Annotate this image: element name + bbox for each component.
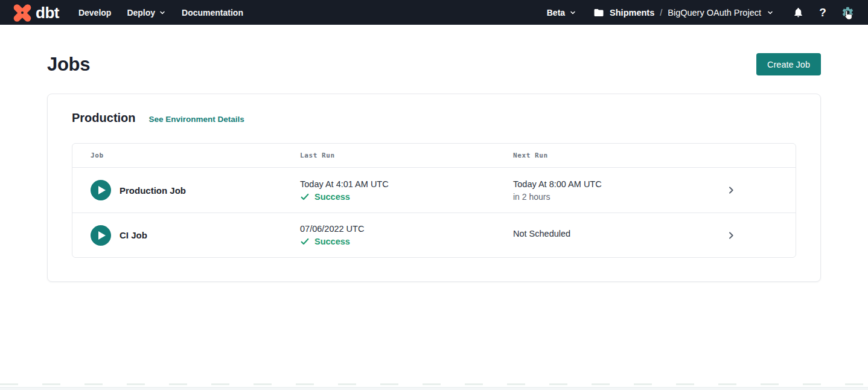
dbt-logo-text: dbt <box>36 5 59 21</box>
run-job-play-button[interactable] <box>91 180 111 200</box>
chevron-down-icon <box>569 9 576 16</box>
next-run-relative: in 2 hours <box>513 192 713 202</box>
help-button[interactable]: ? <box>815 5 830 20</box>
table-row-production-job[interactable]: Production Job Today At 4:01 AM UTC Succ… <box>72 168 796 213</box>
play-icon <box>98 231 106 240</box>
table-row-ci-job[interactable]: CI Job 07/06/2022 UTC Success Not Schedu… <box>72 213 796 257</box>
column-header-last-run: Last Run <box>300 152 513 159</box>
last-run-time: Today At 4:01 AM UTC <box>300 179 513 189</box>
dbt-logo[interactable]: dbt <box>13 4 59 22</box>
navbar-icon-group: ? <box>791 5 855 20</box>
gear-icon <box>841 6 854 19</box>
create-job-button[interactable]: Create Job <box>756 53 821 75</box>
environment-name: Production <box>72 111 136 125</box>
top-navbar: dbt Develop Deploy Documentation Beta Sh… <box>0 0 868 25</box>
page-header: Jobs Create Job <box>47 53 821 75</box>
next-run-time: Not Scheduled <box>513 229 713 238</box>
nav-item-documentation-label: Documentation <box>182 8 243 18</box>
job-name: Production Job <box>120 185 186 196</box>
nav-item-deploy-label: Deploy <box>127 8 155 18</box>
job-name: CI Job <box>120 230 147 240</box>
dbt-logo-icon <box>13 4 31 22</box>
checkmark-icon <box>300 192 310 202</box>
bell-icon <box>793 7 804 18</box>
chevron-right-icon[interactable] <box>726 185 736 195</box>
nav-item-develop-label: Develop <box>78 8 111 18</box>
environment-card: Production See Environment Details Job L… <box>47 94 821 282</box>
main-content: Jobs Create Job Production See Environme… <box>0 25 868 282</box>
last-run-time: 07/06/2022 UTC <box>300 224 513 234</box>
folder-icon <box>593 7 604 18</box>
play-icon <box>98 186 106 194</box>
nav-item-develop[interactable]: Develop <box>78 8 111 18</box>
chevron-down-icon <box>767 9 774 16</box>
question-mark-icon: ? <box>819 7 826 18</box>
breadcrumb-account: Shipments <box>610 8 654 18</box>
environment-header: Production See Environment Details <box>72 111 796 125</box>
checkmark-icon <box>300 237 310 246</box>
column-header-next-run: Next Run <box>513 152 713 159</box>
page-bottom-texture <box>0 383 868 385</box>
chevron-right-icon[interactable] <box>726 231 736 240</box>
nav-item-deploy[interactable]: Deploy <box>127 8 166 18</box>
status-badge: Success <box>314 237 350 246</box>
chevron-down-icon <box>159 9 166 16</box>
project-breadcrumb[interactable]: Shipments / BigQuery OAuth Project <box>593 7 774 18</box>
navbar-right: Beta Shipments / BigQuery OAuth Project … <box>547 5 855 20</box>
column-header-job: Job <box>91 152 300 159</box>
see-environment-details-link[interactable]: See Environment Details <box>149 115 244 124</box>
page-bottom-bar <box>0 387 868 390</box>
settings-button[interactable] <box>840 5 855 20</box>
run-job-play-button[interactable] <box>91 225 111 246</box>
beta-label: Beta <box>547 8 565 18</box>
page-title: Jobs <box>47 54 90 75</box>
notifications-button[interactable] <box>791 5 805 20</box>
next-run-time: Today At 8:00 AM UTC <box>513 179 713 189</box>
jobs-table-header: Job Last Run Next Run <box>72 144 796 168</box>
status-badge: Success <box>314 192 350 202</box>
main-nav: Develop Deploy Documentation <box>78 8 243 18</box>
breadcrumb-project: BigQuery OAuth Project <box>668 8 761 18</box>
nav-item-documentation[interactable]: Documentation <box>182 8 243 18</box>
jobs-table: Job Last Run Next Run Production Job Tod… <box>72 143 796 258</box>
beta-dropdown[interactable]: Beta <box>547 8 576 18</box>
breadcrumb-separator: / <box>660 8 662 18</box>
